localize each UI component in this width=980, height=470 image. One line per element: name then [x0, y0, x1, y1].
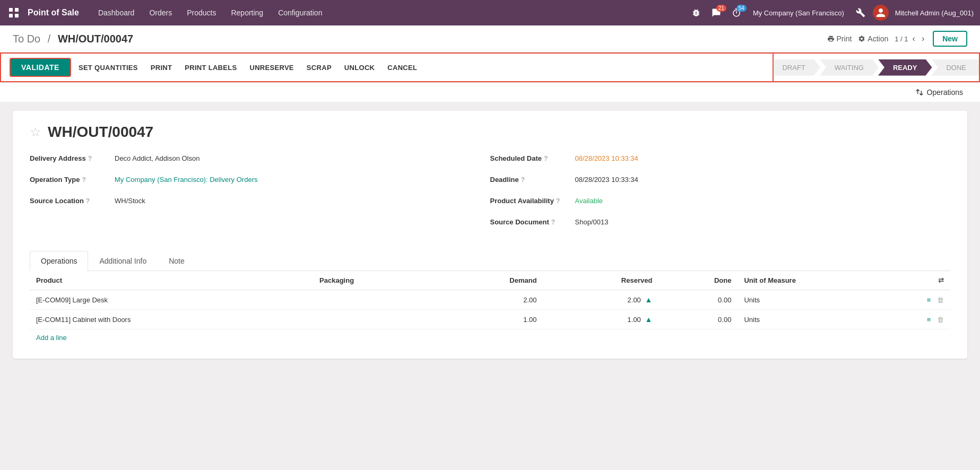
row1-delete-icon[interactable]: 🗑 — [937, 296, 944, 304]
operations-table: Product Packaging Demand Reserved Done U… — [30, 271, 950, 329]
svg-rect-1 — [15, 8, 19, 12]
scheduled-date-label: Scheduled Date ? — [490, 153, 575, 162]
col-uom: Unit of Measure — [738, 271, 908, 290]
nav-orders[interactable]: Orders — [143, 6, 178, 19]
source-location-label: Source Location ? — [30, 196, 115, 205]
app-grid-icon[interactable] — [6, 5, 21, 20]
delivery-address-help-icon[interactable]: ? — [88, 155, 92, 162]
status-done: DONE — [931, 59, 979, 76]
new-button[interactable]: New — [933, 31, 967, 47]
deadline-help-icon[interactable]: ? — [521, 176, 525, 184]
status-waiting: WAITING — [820, 59, 879, 76]
settings-icon[interactable] — [853, 6, 869, 20]
row1-done: 0.00 — [658, 290, 738, 310]
source-document-value: Shop/0013 — [575, 217, 609, 226]
delivery-address-label: Delivery Address ? — [30, 153, 115, 162]
tab-additional-info[interactable]: Additional Info — [88, 251, 158, 271]
record-prev-arrow[interactable]: ‹ — [910, 33, 917, 45]
favorite-star-icon[interactable]: ☆ — [30, 125, 41, 140]
col-product: Product — [30, 271, 313, 290]
row1-packaging — [313, 290, 438, 310]
add-line-button[interactable]: Add a line — [30, 329, 950, 346]
nav-icons: 21 54 My Company (San Francisco) Mitchel… — [688, 5, 974, 21]
row1-forecast-icon[interactable]: ▲ — [645, 295, 652, 304]
operation-type-help-icon[interactable]: ? — [82, 176, 85, 184]
status-ready: READY — [878, 59, 932, 76]
scheduled-date-help-icon[interactable]: ? — [544, 155, 548, 162]
scrap-button[interactable]: SCRAP — [301, 60, 337, 75]
operations-header-row: Operations — [0, 83, 980, 102]
nav-products[interactable]: Products — [180, 6, 222, 19]
operations-link-label: Operations — [927, 88, 963, 97]
print-label: Print — [837, 34, 852, 43]
validate-button[interactable]: VALIDATE — [10, 58, 71, 77]
form-left-column: Delivery Address ? Deco Addict, Addison … — [30, 153, 490, 238]
product-availability-label: Product Availability ? — [490, 196, 575, 205]
row1-detail-icon[interactable]: ≡ — [927, 296, 931, 304]
action-label: Action — [868, 34, 888, 43]
nav-reporting[interactable]: Reporting — [224, 6, 270, 19]
company-name: My Company (San Francisco) — [753, 9, 844, 17]
row2-reserved: 1.00 ▲ — [543, 310, 659, 329]
row2-demand: 1.00 — [438, 310, 543, 329]
delivery-address-row: Delivery Address ? Deco Addict, Addison … — [30, 153, 469, 168]
row1-actions: ≡ 🗑 — [908, 290, 950, 310]
operation-type-label: Operation Type ? — [30, 175, 115, 184]
col-actions: ⇄ — [908, 271, 950, 290]
status-draft: DRAFT — [774, 59, 820, 76]
cancel-button[interactable]: CANCEL — [382, 60, 422, 75]
svg-rect-3 — [15, 14, 19, 18]
nav-configuration[interactable]: Configuration — [272, 6, 328, 19]
chat-badge: 21 — [716, 5, 726, 12]
row2-delete-icon[interactable]: 🗑 — [937, 316, 944, 324]
row1-reserved: 2.00 ▲ — [543, 290, 659, 310]
page-header: To Do / WH/OUT/00047 Print Action 1 / 1 … — [0, 25, 980, 53]
operations-header-link[interactable]: Operations — [915, 88, 963, 97]
source-document-label: Source Document ? — [490, 217, 575, 226]
row2-detail-icon[interactable]: ≡ — [927, 316, 931, 324]
action-button[interactable]: Action — [858, 34, 888, 43]
source-document-row: Source Document ? Shop/0013 — [490, 217, 930, 232]
deadline-label: Deadline ? — [490, 175, 575, 184]
nav-dashboard[interactable]: Dashboard — [92, 6, 141, 19]
action-bar: VALIDATE SET QUANTITIES PRINT PRINT LABE… — [0, 53, 774, 82]
header-actions: Print Action 1 / 1 ‹ › New — [827, 31, 967, 47]
product-availability-help-icon[interactable]: ? — [556, 197, 560, 205]
row1-uom: Units — [738, 290, 908, 310]
status-bar: DRAFT WAITING READY DONE — [774, 53, 980, 82]
user-avatar — [873, 5, 889, 21]
row2-forecast-icon[interactable]: ▲ — [645, 315, 652, 324]
breadcrumb-parent[interactable]: To Do — [13, 33, 40, 45]
form-card: ☆ WH/OUT/00047 Delivery Address ? Deco A… — [13, 111, 967, 359]
bug-icon[interactable] — [688, 6, 704, 20]
product-availability-row: Product Availability ? Available — [490, 196, 930, 211]
form-tabs: Operations Additional Info Note — [30, 251, 950, 271]
print-button[interactable]: Print — [827, 34, 852, 43]
row1-product: [E-COM09] Large Desk — [30, 290, 313, 310]
operation-type-value[interactable]: My Company (San Francisco): Delivery Ord… — [115, 175, 257, 184]
record-navigation: 1 / 1 ‹ › — [895, 33, 926, 45]
source-location-help-icon[interactable]: ? — [86, 197, 90, 205]
source-document-help-icon[interactable]: ? — [551, 219, 555, 226]
record-next-arrow[interactable]: › — [920, 33, 926, 45]
main-content: ☆ WH/OUT/00047 Delivery Address ? Deco A… — [0, 102, 980, 376]
print-action-button[interactable]: PRINT — [145, 60, 178, 75]
breadcrumb: To Do / WH/OUT/00047 — [13, 33, 827, 45]
tab-note[interactable]: Note — [158, 251, 196, 271]
tab-operations[interactable]: Operations — [30, 251, 88, 271]
operation-type-row: Operation Type ? My Company (San Francis… — [30, 175, 469, 189]
user-menu[interactable]: Mitchell Admin (Aug_001) — [873, 5, 974, 21]
print-labels-button[interactable]: PRINT LABELS — [179, 60, 242, 75]
product-availability-value: Available — [575, 196, 603, 205]
deadline-row: Deadline ? 08/28/2023 10:33:34 — [490, 175, 930, 189]
timer-icon[interactable]: 54 — [729, 6, 744, 20]
set-quantities-button[interactable]: SET QUANTITIES — [73, 60, 143, 75]
unreserve-button[interactable]: UNRESERVE — [244, 60, 299, 75]
chat-icon[interactable]: 21 — [708, 6, 724, 20]
adjust-columns-icon[interactable]: ⇄ — [938, 276, 944, 284]
col-done: Done — [658, 271, 738, 290]
form-fields: Delivery Address ? Deco Addict, Addison … — [30, 153, 950, 238]
user-name: Mitchell Admin (Aug_001) — [895, 9, 974, 17]
unlock-button[interactable]: UNLOCK — [339, 60, 380, 75]
form-right-column: Scheduled Date ? 08/28/2023 10:33:34 Dea… — [490, 153, 951, 238]
